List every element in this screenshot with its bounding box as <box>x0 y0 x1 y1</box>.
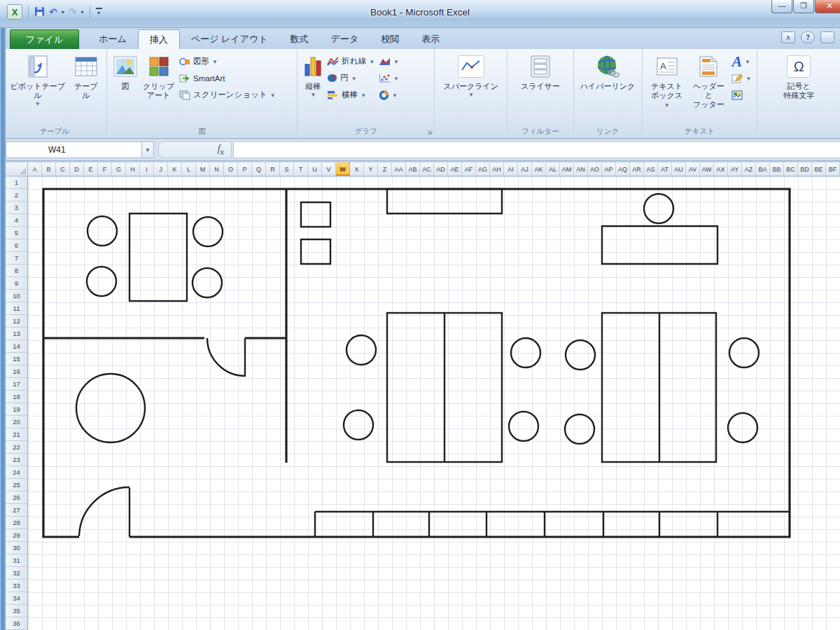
column-chart-button[interactable]: 縦棒 ▼ <box>301 51 325 100</box>
column-header[interactable]: AA <box>392 162 406 176</box>
tab-home[interactable]: ホーム <box>88 29 138 49</box>
row-header[interactable]: 10 <box>6 290 27 302</box>
column-header[interactable]: BD <box>798 162 812 176</box>
column-header[interactable]: D <box>70 162 84 176</box>
column-header[interactable]: Z <box>378 162 392 176</box>
text-box-button[interactable]: A テキストボックス ▼ <box>646 51 688 112</box>
column-header[interactable]: AF <box>462 162 476 176</box>
row-header[interactable]: 21 <box>6 428 27 441</box>
row-header[interactable]: 11 <box>6 302 27 315</box>
row-header[interactable]: 33 <box>6 580 27 592</box>
row-header[interactable]: 5 <box>6 227 27 239</box>
maximize-button[interactable]: ❐ <box>793 0 814 13</box>
column-header[interactable]: AR <box>630 162 644 176</box>
column-header[interactable]: I <box>140 162 154 176</box>
pivot-table-button[interactable]: ピボットテーブル ▼ <box>6 51 69 109</box>
tab-view[interactable]: 表示 <box>410 29 451 49</box>
column-header[interactable]: P <box>238 162 252 176</box>
column-header[interactable]: AI <box>504 162 518 176</box>
column-header[interactable]: AU <box>672 162 686 176</box>
column-header[interactable]: AX <box>714 162 728 176</box>
row-header[interactable]: 27 <box>6 504 27 517</box>
row-header[interactable]: 12 <box>6 315 27 328</box>
column-header[interactable]: O <box>224 162 238 176</box>
row-header[interactable]: 32 <box>6 567 27 580</box>
column-header[interactable]: E <box>84 162 98 176</box>
column-header[interactable]: F <box>98 162 112 176</box>
column-header[interactable]: AC <box>420 162 434 176</box>
column-header[interactable]: AV <box>686 162 700 176</box>
row-header[interactable]: 14 <box>6 340 27 353</box>
row-header[interactable]: 30 <box>6 542 27 554</box>
row-header[interactable]: 23 <box>6 454 27 466</box>
column-header[interactable]: BA <box>756 162 770 176</box>
line-chart-button[interactable]: 折れ線 ▼ <box>325 54 377 69</box>
row-header[interactable]: 25 <box>6 479 27 491</box>
tab-review[interactable]: 校閲 <box>370 29 410 49</box>
tab-insert[interactable]: 挿入 <box>138 29 180 49</box>
column-header[interactable]: M <box>196 162 210 176</box>
column-header[interactable]: AS <box>644 162 658 176</box>
column-header[interactable]: V <box>322 162 336 176</box>
row-header[interactable]: 4 <box>6 214 27 227</box>
clipart-button[interactable]: クリップアート <box>140 51 177 102</box>
row-header[interactable]: 3 <box>6 202 27 214</box>
column-header[interactable]: AK <box>532 162 546 176</box>
minimize-button[interactable]: — <box>771 0 792 13</box>
column-header[interactable]: AE <box>448 162 462 176</box>
row-header[interactable]: 6 <box>6 239 27 252</box>
column-header[interactable]: T <box>294 162 308 176</box>
column-header[interactable]: L <box>182 162 196 176</box>
column-header[interactable]: S <box>280 162 294 176</box>
row-header[interactable]: 31 <box>6 554 27 567</box>
column-header[interactable]: J <box>154 162 168 176</box>
row-header[interactable]: 29 <box>6 529 27 542</box>
slicer-button[interactable]: スライサー <box>518 51 563 93</box>
row-header[interactable]: 7 <box>6 252 27 265</box>
screenshot-button[interactable]: スクリーンショット ▼ <box>177 88 278 102</box>
column-header[interactable]: AQ <box>616 162 630 176</box>
column-header[interactable]: H <box>126 162 140 176</box>
row-header[interactable]: 34 <box>6 592 27 605</box>
column-header[interactable]: AB <box>406 162 420 176</box>
row-header[interactable]: 15 <box>6 353 27 365</box>
row-header[interactable]: 24 <box>6 466 27 479</box>
pie-chart-button[interactable]: 円 ▼ <box>325 71 377 85</box>
column-header[interactable]: K <box>168 162 182 176</box>
column-header[interactable]: BB <box>770 162 784 176</box>
row-header[interactable]: 35 <box>6 605 27 617</box>
column-header[interactable]: AY <box>728 162 742 176</box>
row-header[interactable]: 16 <box>6 365 27 378</box>
column-header[interactable]: AM <box>560 162 574 176</box>
row-header[interactable]: 8 <box>6 265 27 277</box>
row-header[interactable]: 2 <box>6 189 27 202</box>
column-header[interactable]: BF <box>826 162 840 176</box>
column-header[interactable]: AW <box>700 162 714 176</box>
row-header[interactable]: 17 <box>6 378 27 391</box>
column-header[interactable]: U <box>308 162 322 176</box>
object-button[interactable] <box>729 88 753 102</box>
row-header[interactable]: 28 <box>6 517 27 529</box>
insert-function-button[interactable]: fx <box>218 144 224 156</box>
column-header[interactable]: BC <box>784 162 798 176</box>
name-box-dropdown[interactable]: ▼ <box>142 141 154 158</box>
row-header[interactable]: 18 <box>6 391 27 403</box>
column-header[interactable]: AD <box>434 162 448 176</box>
row-header[interactable]: 19 <box>6 403 27 416</box>
column-header[interactable]: R <box>266 162 280 176</box>
scatter-chart-button[interactable]: ▼ <box>377 71 401 85</box>
window-shade-button[interactable] <box>820 31 834 43</box>
column-header[interactable]: AO <box>588 162 602 176</box>
name-box[interactable]: W41 <box>6 141 142 158</box>
symbol-button[interactable]: Ω 記号と特殊文字 <box>780 51 817 102</box>
other-charts-button[interactable]: ▼ <box>377 88 401 102</box>
column-header[interactable]: AN <box>574 162 588 176</box>
column-header[interactable]: X <box>350 162 364 176</box>
column-header[interactable]: C <box>56 162 70 176</box>
table-button[interactable]: テーブル <box>69 51 103 102</box>
column-header[interactable]: B <box>42 162 56 176</box>
column-header[interactable]: AT <box>658 162 672 176</box>
row-header[interactable]: 9 <box>6 277 27 290</box>
row-header[interactable]: 13 <box>6 328 27 340</box>
header-footer-button[interactable]: ヘッダーとフッター <box>688 51 730 111</box>
